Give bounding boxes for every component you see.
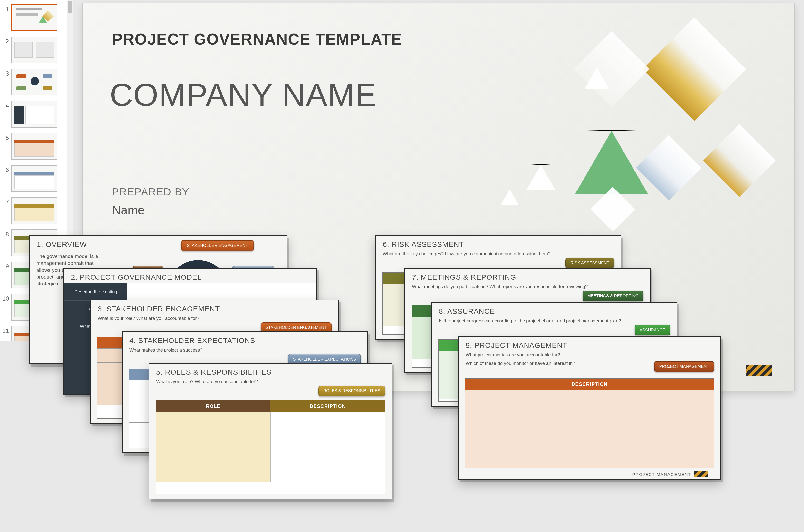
prepared-by-label: PREPARED BY (112, 186, 190, 198)
prepared-by-name: Name (112, 203, 145, 217)
thumb-number: 10 (2, 294, 9, 302)
badge-stakeholder-engagement: STAKEHOLDER ENGAGEMENT (181, 240, 254, 251)
slide-thumbnail-6[interactable] (11, 165, 57, 192)
slide-thumbnail-5[interactable] (11, 133, 57, 160)
thumb-number: 4 (2, 101, 9, 109)
thumb-number: 5 (2, 133, 9, 141)
badge-roles: ROLES & RESPONSIBILITIES (318, 386, 385, 396)
thumb-number: 11 (2, 326, 9, 334)
badge-project-management: PROJECT MANAGEMENT (654, 361, 714, 372)
table-header-description: DESCRIPTION (270, 400, 385, 412)
card-title: 3. STAKEHOLDER ENGAGEMENT (91, 300, 338, 314)
thumb-number: 6 (2, 165, 9, 173)
card-title: 2. PROJECT GOVERNANCE MODEL (64, 269, 316, 282)
thumb-number: 1 (2, 4, 9, 13)
card-title: 7. MEETINGS & REPORTING (405, 269, 650, 282)
thumb-row-1[interactable]: 1 (2, 4, 70, 31)
company-name: COMPANY NAME (110, 76, 377, 113)
badge-risk: RISK ASSESSMENT (565, 258, 614, 268)
thumb-row-5[interactable]: 5 (2, 133, 70, 160)
badge-meetings: MEETINGS & REPORTING (582, 291, 643, 301)
slide-thumbnail-1[interactable] (11, 4, 57, 31)
thumb-number: 3 (2, 69, 9, 77)
thumb-row-2[interactable]: 2 (2, 37, 70, 63)
footer-stripe-icon (694, 471, 708, 477)
card-roles-responsibilities[interactable]: 5. ROLES & RESPONSIBILITIES What is your… (149, 363, 392, 499)
thumb-row-6[interactable]: 6 (2, 165, 70, 192)
card-table: ROLE DESCRIPTION (156, 400, 385, 494)
thumb-number: 9 (2, 262, 9, 270)
slide-title: PROJECT GOVERNANCE TEMPLATE (112, 30, 402, 48)
card-title: 6. RISK ASSESSMENT (376, 236, 620, 249)
gov-side-row: Describe the existing (64, 283, 127, 301)
slide-thumbnail-4[interactable] (11, 101, 57, 128)
slide-thumbnail-7[interactable] (11, 197, 57, 224)
card-footer-label: PROJECT MANAGEMENT (632, 472, 691, 477)
card-title: 9. PROJECT MANAGEMENT (459, 337, 721, 350)
thumb-row-7[interactable]: 7 (2, 197, 70, 224)
table-header-description: DESCRIPTION (465, 379, 714, 390)
footer-stripe-icon (746, 365, 772, 376)
card-project-management[interactable]: 9. PROJECT MANAGEMENT What project metri… (458, 336, 721, 480)
card-title: 8. ASSURANCE (432, 303, 677, 317)
thumb-row-3[interactable]: 3 (2, 69, 70, 95)
card-subtitle-1: What project metrics are you accountable… (459, 350, 721, 361)
card-title: 4. STAKEHOLDER EXPECTATIONS (123, 332, 367, 346)
thumb-number: 8 (2, 229, 9, 238)
decorative-diamonds (444, 13, 785, 245)
card-title: 5. ROLES & RESPONSIBILITIES (149, 364, 392, 377)
thumb-row-4[interactable]: 4 (2, 101, 70, 128)
slide-thumbnail-2[interactable] (11, 37, 57, 63)
thumb-number: 2 (2, 37, 9, 45)
slide-thumbnail-3[interactable] (11, 69, 57, 95)
thumb-number: 7 (2, 197, 9, 206)
badge-assurance: ASSURANCE (635, 325, 670, 336)
card-table: DESCRIPTION (465, 378, 714, 467)
table-header-role: ROLE (156, 400, 270, 412)
